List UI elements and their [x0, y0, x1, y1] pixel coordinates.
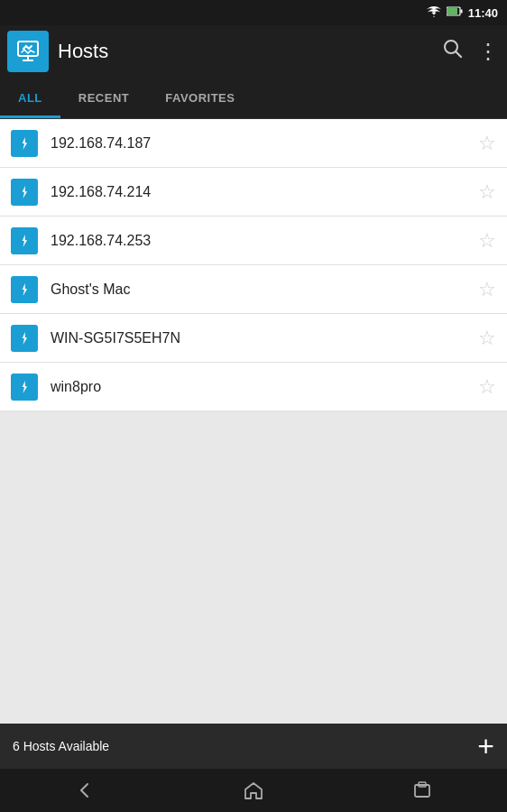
list-item[interactable]: 192.168.74.214 ☆: [0, 168, 507, 217]
tabs: ALL RECENT FAVORITES: [0, 78, 507, 119]
status-icons: 11:40: [427, 6, 498, 20]
host-name: 192.168.74.187: [51, 135, 478, 152]
host-icon: [11, 325, 38, 352]
host-name: WIN-SG5I7S5EH7N: [51, 330, 478, 346]
list-item[interactable]: 192.168.74.187 ☆: [0, 119, 507, 168]
tab-all[interactable]: ALL: [0, 78, 60, 118]
wifi-icon: [427, 6, 441, 20]
app-bar-actions: ⋮: [443, 39, 500, 64]
list-item[interactable]: WIN-SG5I7S5EH7N ☆: [0, 314, 507, 363]
favorite-icon[interactable]: ☆: [478, 327, 496, 350]
svg-line-8: [456, 52, 462, 58]
host-icon: [11, 276, 38, 303]
search-icon[interactable]: [443, 39, 463, 64]
status-time: 11:40: [468, 6, 498, 20]
recents-button[interactable]: [412, 780, 432, 800]
favorite-icon[interactable]: ☆: [478, 229, 496, 253]
more-options-icon[interactable]: ⋮: [477, 39, 500, 64]
svg-marker-15: [245, 783, 262, 798]
list-item[interactable]: win8pro ☆: [0, 363, 507, 411]
home-button[interactable]: [244, 780, 263, 800]
battery-icon: [447, 6, 463, 19]
favorite-icon[interactable]: ☆: [478, 375, 496, 399]
svg-rect-2: [447, 8, 457, 14]
list-item[interactable]: 192.168.74.253 ☆: [0, 217, 507, 265]
favorite-icon[interactable]: ☆: [478, 278, 496, 301]
host-name: 192.168.74.214: [51, 184, 478, 200]
tab-recent[interactable]: RECENT: [60, 78, 147, 118]
host-list: 192.168.74.187 ☆ 192.168.74.214 ☆ 192.16…: [0, 119, 507, 411]
host-name: Ghost's Mac: [51, 281, 478, 298]
nav-bar: [0, 769, 507, 812]
app-bar: Hosts ⋮: [0, 25, 507, 78]
host-icon: [11, 130, 38, 157]
app-title: Hosts: [58, 40, 443, 63]
back-button[interactable]: [75, 780, 95, 800]
host-icon: [11, 227, 38, 254]
tab-favorites[interactable]: FAVORITES: [147, 78, 253, 118]
svg-rect-1: [460, 10, 462, 14]
host-name: 192.168.74.253: [51, 233, 478, 249]
host-icon: [11, 179, 38, 206]
app-logo: [7, 31, 49, 72]
favorite-icon[interactable]: ☆: [478, 132, 496, 155]
hosts-available-label: 6 Hosts Available: [13, 739, 477, 753]
host-name: win8pro: [51, 379, 478, 395]
status-bar: 11:40: [0, 0, 507, 25]
list-item[interactable]: Ghost's Mac ☆: [0, 265, 507, 314]
add-host-button[interactable]: +: [477, 732, 494, 761]
host-icon: [11, 374, 38, 401]
bottom-bar: 6 Hosts Available +: [0, 724, 507, 769]
favorite-icon[interactable]: ☆: [478, 180, 496, 204]
